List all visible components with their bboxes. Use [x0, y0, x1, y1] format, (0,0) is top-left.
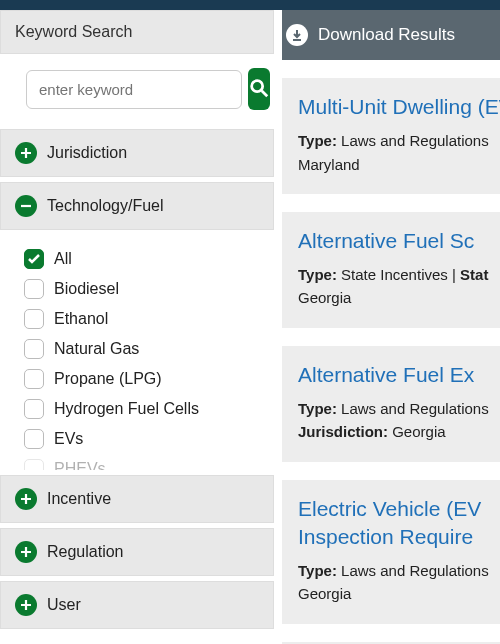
- option-biodiesel: Biodiesel: [24, 274, 274, 304]
- option-propane: Propane (LPG): [24, 364, 274, 394]
- option-all: All: [24, 244, 274, 274]
- result-card: Electric Vehicle (EV Inspection Require …: [282, 480, 500, 624]
- svg-point-0: [252, 80, 263, 91]
- option-ethanol: Ethanol: [24, 304, 274, 334]
- search-button[interactable]: [248, 68, 270, 110]
- filter-label: Technology/Fuel: [47, 197, 164, 215]
- option-label: Ethanol: [54, 310, 108, 328]
- result-card: Alternative Fuel Ex Type: Laws and Regul…: [282, 346, 500, 462]
- checkbox[interactable]: [24, 249, 44, 269]
- svg-line-1: [262, 90, 268, 96]
- option-label: EVs: [54, 430, 83, 448]
- checkbox[interactable]: [24, 429, 44, 449]
- option-label: PHEVs: [54, 460, 106, 470]
- checkbox[interactable]: [24, 459, 44, 470]
- option-label: Propane (LPG): [54, 370, 162, 388]
- plus-icon: [15, 488, 37, 510]
- filter-technology-fuel[interactable]: Technology/Fuel: [0, 182, 274, 230]
- option-label: Biodiesel: [54, 280, 119, 298]
- plus-icon: [15, 142, 37, 164]
- search-input[interactable]: [26, 70, 242, 109]
- filter-user[interactable]: User: [0, 581, 274, 629]
- search-icon: [248, 77, 270, 102]
- download-results-button[interactable]: Download Results: [282, 10, 500, 60]
- result-title[interactable]: Alternative Fuel Sc: [298, 227, 500, 255]
- option-hydrogen: Hydrogen Fuel Cells: [24, 394, 274, 424]
- filter-jurisdiction[interactable]: Jurisdiction: [0, 129, 274, 177]
- checkbox[interactable]: [24, 309, 44, 329]
- option-evs: EVs: [24, 424, 274, 454]
- result-title[interactable]: Electric Vehicle (EV Inspection Require: [298, 495, 500, 552]
- result-title[interactable]: Multi-Unit Dwelling (EV) Charging Stat: [298, 93, 500, 121]
- filter-label: Jurisdiction: [47, 144, 127, 162]
- option-natural-gas: Natural Gas: [24, 334, 274, 364]
- option-label: All: [54, 250, 72, 268]
- result-card: Alternative Fuel Sc Type: State Incentiv…: [282, 212, 500, 328]
- filter-label: Regulation: [47, 543, 124, 561]
- option-label: Natural Gas: [54, 340, 139, 358]
- filter-label: Incentive: [47, 490, 111, 508]
- checkbox[interactable]: [24, 399, 44, 419]
- filter-label: User: [47, 596, 81, 614]
- filter-regulation[interactable]: Regulation: [0, 528, 274, 576]
- result-title[interactable]: Alternative Fuel Ex: [298, 361, 500, 389]
- plus-icon: [15, 541, 37, 563]
- sidebar: Keyword Search Jurisdiction Technology/F…: [0, 10, 282, 644]
- option-phevs: PHEVs: [24, 454, 274, 470]
- download-icon: [286, 24, 308, 46]
- results-area: Download Results Multi-Unit Dwelling (EV…: [282, 10, 500, 644]
- download-label: Download Results: [318, 25, 455, 45]
- filter-incentive[interactable]: Incentive: [0, 475, 274, 523]
- option-label: Hydrogen Fuel Cells: [54, 400, 199, 418]
- plus-icon: [15, 594, 37, 616]
- checkbox[interactable]: [24, 369, 44, 389]
- checkbox[interactable]: [24, 339, 44, 359]
- keyword-search-header: Keyword Search: [0, 10, 274, 54]
- technology-fuel-options: All Biodiesel Ethanol Natural Gas Propan…: [0, 230, 274, 470]
- result-card: Multi-Unit Dwelling (EV) Charging Stat T…: [282, 78, 500, 194]
- minus-icon: [15, 195, 37, 217]
- checkbox[interactable]: [24, 279, 44, 299]
